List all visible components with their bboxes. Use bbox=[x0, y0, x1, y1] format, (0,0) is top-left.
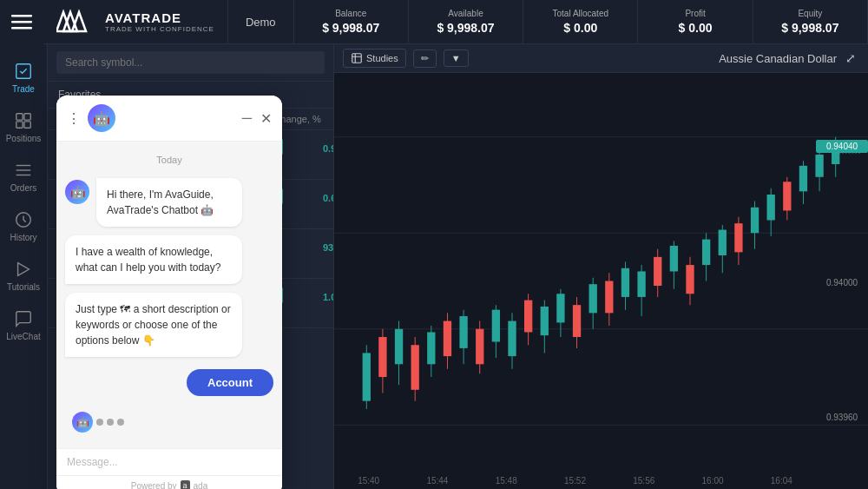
balance-value: $ 9,998.07 bbox=[322, 21, 379, 35]
time-label: 15:40 bbox=[358, 476, 379, 486]
chart-area: Studies ✏ ▼ Aussie Canadian Dollar ⤢ bbox=[334, 44, 868, 489]
time-label: 16:00 bbox=[702, 476, 724, 486]
nav-history[interactable]: History bbox=[0, 202, 47, 251]
balance-stat: Balance $ 9,998.07 bbox=[294, 0, 409, 43]
search-input[interactable] bbox=[56, 51, 325, 74]
draw-button[interactable]: ✏ bbox=[413, 50, 437, 68]
equity-label: Equity bbox=[798, 9, 822, 18]
time-label: 16:04 bbox=[771, 476, 792, 486]
allocated-stat: Total Allocated $ 0.00 bbox=[523, 0, 638, 43]
svg-rect-69 bbox=[751, 208, 759, 233]
studies-button[interactable]: Studies bbox=[343, 49, 406, 68]
chart-canvas: 0.94040 0.94000 0.93960 15:40 15:44 15:4… bbox=[334, 73, 868, 489]
fullscreen-button[interactable]: ⤢ bbox=[842, 50, 859, 67]
chat-bubble-1: Hi there, I'm AvaGuide, AvaTrade's Chatb… bbox=[96, 178, 242, 227]
buy-price: 93.379 bbox=[291, 239, 333, 254]
close-button[interactable]: ✕ bbox=[260, 110, 272, 127]
logo-tagline: TRADE WITH CONFIDENCE bbox=[105, 25, 214, 33]
nav-livechat[interactable]: LiveChat bbox=[0, 301, 47, 350]
top-stats: Balance $ 9,998.07 Available $ 9,998.07 … bbox=[294, 0, 868, 43]
menu-button[interactable] bbox=[0, 0, 43, 44]
balance-label: Balance bbox=[335, 9, 366, 18]
buy-price: 0.94067 bbox=[296, 140, 333, 155]
chatbot-header: ⋮ 🤖 ─ ✕ bbox=[56, 96, 282, 142]
svg-rect-43 bbox=[541, 307, 549, 335]
svg-rect-25 bbox=[395, 329, 403, 365]
svg-rect-57 bbox=[654, 257, 661, 286]
chatbot-window: ⋮ 🤖 ─ ✕ Today 🤖 Hi there, I'm AvaGuide, … bbox=[56, 96, 282, 489]
profit-label: Profit bbox=[685, 9, 705, 18]
chatbot-input[interactable] bbox=[67, 456, 272, 468]
svg-rect-63 bbox=[702, 240, 710, 265]
svg-rect-27 bbox=[411, 345, 419, 390]
svg-rect-47 bbox=[573, 305, 581, 337]
typing-dot-2 bbox=[107, 419, 114, 426]
svg-rect-61 bbox=[686, 265, 694, 294]
allocated-label: Total Allocated bbox=[553, 9, 609, 18]
logo-name: AVATRADE bbox=[105, 10, 214, 25]
chatbot-menu-icon[interactable]: ⋮ bbox=[67, 110, 81, 127]
bot-avatar-icon: 🤖 bbox=[65, 180, 89, 204]
available-label: Available bbox=[448, 9, 483, 18]
svg-rect-51 bbox=[605, 281, 613, 314]
logo-area: AVATRADE TRADE WITH CONFIDENCE bbox=[43, 0, 228, 43]
time-label: 15:52 bbox=[564, 476, 586, 486]
demo-badge: Demo bbox=[228, 0, 294, 43]
chatbot-avatar: 🤖 bbox=[88, 104, 115, 132]
svg-rect-1 bbox=[11, 21, 32, 23]
settings-button[interactable]: ▼ bbox=[444, 50, 469, 67]
chat-date: Today bbox=[65, 155, 273, 165]
svg-rect-0 bbox=[11, 15, 32, 17]
time-label: 15:48 bbox=[496, 476, 517, 486]
profit-value: $ 0.00 bbox=[679, 21, 713, 35]
minimize-button[interactable]: ─ bbox=[242, 110, 252, 127]
price-level2: 0.94000 bbox=[816, 278, 868, 287]
chat-message-1: 🤖 Hi there, I'm AvaGuide, AvaTrade's Cha… bbox=[65, 178, 242, 227]
svg-rect-8 bbox=[24, 114, 30, 120]
svg-rect-9 bbox=[16, 122, 23, 128]
svg-rect-41 bbox=[524, 301, 532, 333]
svg-rect-29 bbox=[427, 332, 435, 364]
svg-rect-37 bbox=[492, 310, 500, 342]
svg-rect-31 bbox=[444, 321, 451, 357]
chart-title: Aussie Canadian Dollar ⤢ bbox=[719, 50, 859, 67]
price-tag: 0.94040 bbox=[816, 140, 868, 153]
svg-rect-73 bbox=[783, 182, 791, 210]
svg-rect-49 bbox=[589, 284, 597, 313]
ada-logo: a bbox=[181, 480, 190, 489]
left-sidebar: Trade Positions Orders History Tutorials… bbox=[0, 44, 48, 489]
svg-rect-53 bbox=[621, 268, 629, 297]
chat-message-2: I have a wealth of knowledge, what can I… bbox=[65, 235, 242, 284]
time-label: 15:56 bbox=[633, 476, 654, 486]
svg-rect-33 bbox=[459, 316, 467, 348]
svg-rect-45 bbox=[556, 294, 564, 322]
svg-rect-59 bbox=[670, 246, 678, 271]
chatbot-controls: ─ ✕ bbox=[242, 110, 272, 127]
svg-rect-2 bbox=[11, 27, 32, 30]
available-value: $ 9,998.07 bbox=[437, 21, 494, 35]
available-stat: Available $ 9,998.07 bbox=[409, 0, 523, 43]
svg-rect-67 bbox=[734, 223, 742, 252]
search-bar bbox=[48, 44, 333, 82]
time-label: 15:44 bbox=[426, 476, 448, 486]
chatbot-input-area bbox=[56, 448, 282, 475]
svg-rect-7 bbox=[16, 114, 23, 120]
buy-price: 0.69454 bbox=[296, 189, 333, 204]
chart-toolbar: Studies ✏ ▼ Aussie Canadian Dollar ⤢ bbox=[334, 44, 868, 73]
nav-trade[interactable]: Trade bbox=[0, 53, 47, 102]
equity-stat: Equity $ 9,998.07 bbox=[753, 0, 868, 43]
top-bar: AVATRADE TRADE WITH CONFIDENCE Demo Bala… bbox=[0, 0, 868, 44]
svg-rect-65 bbox=[719, 230, 727, 255]
profit-stat: Profit $ 0.00 bbox=[638, 0, 753, 43]
price-level3: 0.93960 bbox=[816, 413, 868, 422]
nav-positions[interactable]: Positions bbox=[0, 102, 47, 152]
svg-rect-55 bbox=[637, 271, 645, 296]
svg-rect-39 bbox=[508, 321, 516, 357]
account-button[interactable]: Account bbox=[187, 369, 273, 396]
col-change: Change, % bbox=[273, 114, 333, 124]
nav-orders[interactable]: Orders bbox=[0, 152, 47, 202]
svg-rect-10 bbox=[24, 122, 30, 128]
svg-rect-21 bbox=[363, 353, 371, 400]
nav-tutorials[interactable]: Tutorials bbox=[0, 251, 47, 301]
svg-marker-15 bbox=[18, 263, 30, 276]
